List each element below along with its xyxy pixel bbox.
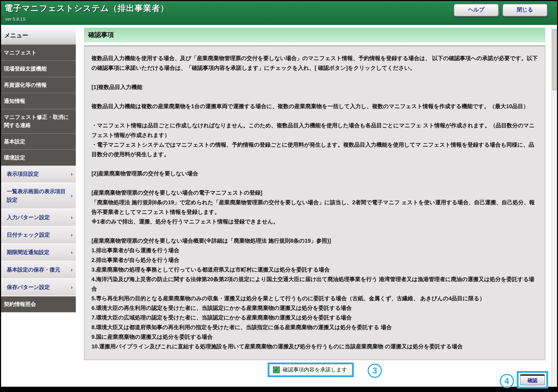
sidebar-subitem-label: 基本設定の保存・復元 (7, 266, 60, 273)
sidebar-subitem-label: 期限間近通知設定 (7, 249, 50, 255)
section1-heading: [1]複数品目入力機能 (91, 82, 538, 92)
sidebar-item-environment-settings[interactable]: 環境設定 (1, 150, 76, 166)
sidebar-subitem-label: 日付チェック設定 (7, 232, 50, 238)
chevron-right-icon: › (71, 191, 73, 200)
sidebar-item-site-registration[interactable]: 現場登録支援機能 (1, 61, 76, 77)
overview-item-1: 1.排出事業者が自ら運搬を行う場合 (91, 246, 538, 255)
app-header: 電子マニフェストシステム（排出事業者） ver 5.8.1S ヘルプ 閉じる (1, 1, 557, 25)
section2-registration-note: ※1者のみで排出、運搬、処分を行うマニフェスト情報は登録できません。 (91, 217, 538, 226)
sidebar-subitem-label: 一覧表示画面の表示項目設定 (7, 188, 66, 203)
sidebar-subitem-settings-backup[interactable]: 基本設定の保存・復元 › (1, 261, 76, 279)
sidebar-subitem-label: 表示項目設定 (7, 171, 39, 177)
sidebar-subitem-list-display-items[interactable]: 一覧表示画面の表示項目設定 › (1, 183, 76, 209)
agree-checkbox-row[interactable]: ✓ 確認事項内容を承諾します (268, 363, 354, 377)
sidebar-subitem-input-pattern[interactable]: 入力パターン設定 › (1, 209, 76, 227)
confirm-button[interactable]: 確認 (520, 374, 545, 385)
confirmation-text-panel: 複数品目入力機能を使用する場合、及び「産業廃棄物管理票の交付を要しない場合」のマ… (84, 45, 545, 360)
scrollbar-thumb[interactable] (552, 29, 557, 90)
overview-item-8: 8.環境大臣又は都道府県知事の再生利用の指定を受けた者に、当該指定に係る産業廃棄… (91, 322, 538, 332)
sidebar-item-basic-settings[interactable]: 基本設定 (1, 134, 76, 150)
help-button[interactable]: ヘルプ (453, 4, 499, 17)
app-title: 電子マニフェストシステム（排出事業者） (5, 3, 169, 14)
overview-item-6: 6.環境大臣の再生利用の認定を受けた者に、当該認定にかかる産業廃棄物の運搬又は処… (91, 303, 538, 313)
sidebar-item-notification[interactable]: 通知情報 (1, 93, 76, 109)
overview-item-9: 9.国に産業廃棄物の運搬又は処分を委託する場合 (91, 332, 538, 341)
sidebar-item-contract-info[interactable]: 契約情報照会 (1, 296, 76, 312)
sidebar-item-recycling-info[interactable]: 再資源化等の情報 (1, 77, 76, 93)
app-version: ver 5.8.1S (5, 17, 26, 22)
page-title: 確認事項 (88, 31, 114, 39)
overview-item-7: 7.環境大臣の広域処理の認定を受けた者に、当該認定にかかる産業廃棄物の運搬又は処… (91, 313, 538, 322)
sidebar-subitem-label: 保存パターン設定 (7, 284, 50, 290)
step-3-annotation: 3 (368, 364, 382, 378)
sidebar-item-correction-contact[interactable]: マニフェスト修正・取消に関する連絡 (1, 109, 76, 134)
chevron-right-icon: › (71, 230, 73, 239)
sidebar-subitem-deadline-notice[interactable]: 期限間近通知設定 › (1, 244, 76, 262)
overview-title: [産業廃棄物管理票の交付を要しない場合概要(※詳細は「廃棄物処理法 施行規則8条… (91, 236, 538, 246)
overview-item-2: 2.排出事業者が自ら処分を行う場合 (91, 255, 538, 265)
agree-checkbox[interactable]: ✓ (273, 366, 280, 373)
page-title-bar: 確認事項 (84, 28, 545, 42)
step-4-annotation: 4 (500, 374, 514, 388)
overview-item-10: 10.運搬用パイプライン及びこれに直結する処理施設を用いて産業廃棄物の運搬及び処… (91, 341, 538, 351)
agree-checkbox-label: 確認事項内容を承諾します (283, 366, 347, 373)
overview-item-5: 5.専ら再生利用の目的となる産業廃棄物のみの収集・運搬又は処分を業として行うもの… (91, 294, 538, 303)
sidebar-subitem-save-pattern[interactable]: 保存パターン設定 › (1, 279, 76, 296)
close-button[interactable]: 閉じる (502, 4, 548, 17)
vertical-scrollbar[interactable] (551, 28, 557, 386)
section1-bullet2: ・電子マニフェストシステムではマニフェストの情報、予約情報の登録ごとに使用料が発… (91, 140, 538, 159)
chevron-right-icon: › (71, 170, 73, 178)
intro-paragraph: 複数品目入力機能を使用する場合、及び「産業廃棄物管理票の交付を要しない場合」のマ… (91, 53, 538, 73)
section2-registration-body: 「廃棄物処理法 施行規則8条の19」で定められた「産業廃棄物管理票の交付を要しな… (91, 197, 538, 217)
section2-registration-title: [産業廃棄物管理票の交付を要しない場合の電子マニフェストの登録] (91, 188, 538, 197)
overview-item-3: 3.産業廃棄物の処理を事務として行っている都道府県又は市町村に運搬又は処分を委託… (91, 265, 538, 274)
app-window: 電子マニフェストシステム（排出事業者） ver 5.8.1S ヘルプ 閉じる メ… (1, 1, 557, 387)
sidebar-menu: メニュー マニフェスト 現場登録支援機能 再資源化等の情報 通知情報 マニフェス… (1, 28, 76, 312)
chevron-right-icon: › (71, 283, 73, 291)
overview-item-4: 4.海洋汚染及び海上災害の防止に関する法律第20条第2項の規定により国土交通大臣… (91, 274, 538, 293)
section1-paragraph: 複数品目入力機能は複数の産業廃棄物を1台の運搬車両で運搬する場合に、複数の産業廃… (91, 102, 538, 111)
screenshot-page: 電子マニフェストシステム（排出事業者） ver 5.8.1S ヘルプ 閉じる メ… (0, 0, 558, 392)
section1-bullet1: ・マニフェスト情報は品目ごとに作成しなければなりません。このため、複数品目入力機… (91, 121, 538, 140)
sidebar-subitem-display-items[interactable]: 表示項目設定 › (1, 166, 76, 183)
chevron-right-icon: › (71, 213, 73, 222)
chevron-right-icon: › (71, 265, 73, 274)
chevron-right-icon: › (71, 248, 73, 256)
section2-heading: [2]産業廃棄物管理票の交付を要しない場合 (91, 169, 538, 178)
sidebar-item-manifest[interactable]: マニフェスト (1, 45, 76, 61)
sidebar-header: メニュー (1, 28, 76, 45)
confirm-button-annotation: 確認 (517, 371, 548, 389)
sidebar-subitem-date-check[interactable]: 日付チェック設定 › (1, 227, 76, 244)
sidebar-subitem-label: 入力パターン設定 (7, 214, 50, 220)
